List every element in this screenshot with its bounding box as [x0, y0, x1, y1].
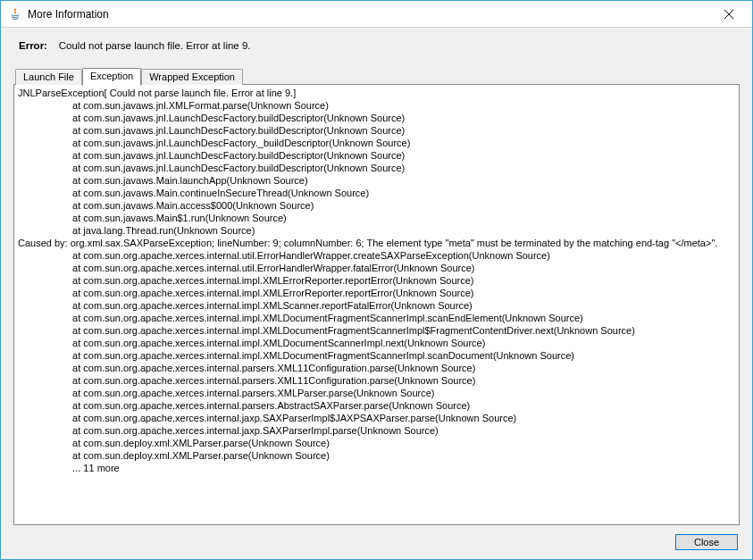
tabs-row: Launch File Exception Wrapped Exception: [13, 67, 740, 84]
error-label: Error:: [19, 40, 47, 51]
window-title: More Information: [28, 8, 708, 21]
tab-launch-file[interactable]: Launch File: [15, 69, 82, 85]
button-row: Close: [13, 525, 740, 550]
error-message: Could not parse launch file. Error at li…: [59, 40, 251, 51]
close-icon: [724, 10, 733, 19]
close-window-button[interactable]: [708, 1, 749, 27]
java-icon: [8, 7, 22, 21]
content-area: Error: Could not parse launch file. Erro…: [1, 28, 752, 559]
titlebar: More Information: [1, 1, 752, 28]
tab-exception[interactable]: Exception: [82, 68, 141, 86]
error-summary: Error: Could not parse launch file. Erro…: [13, 40, 740, 51]
close-button[interactable]: Close: [675, 534, 738, 550]
tab-wrapped-exception[interactable]: Wrapped Exception: [141, 69, 243, 85]
exception-panel: JNLParseException[ Could not parse launc…: [13, 84, 740, 525]
stacktrace-text[interactable]: JNLParseException[ Could not parse launc…: [14, 85, 739, 476]
